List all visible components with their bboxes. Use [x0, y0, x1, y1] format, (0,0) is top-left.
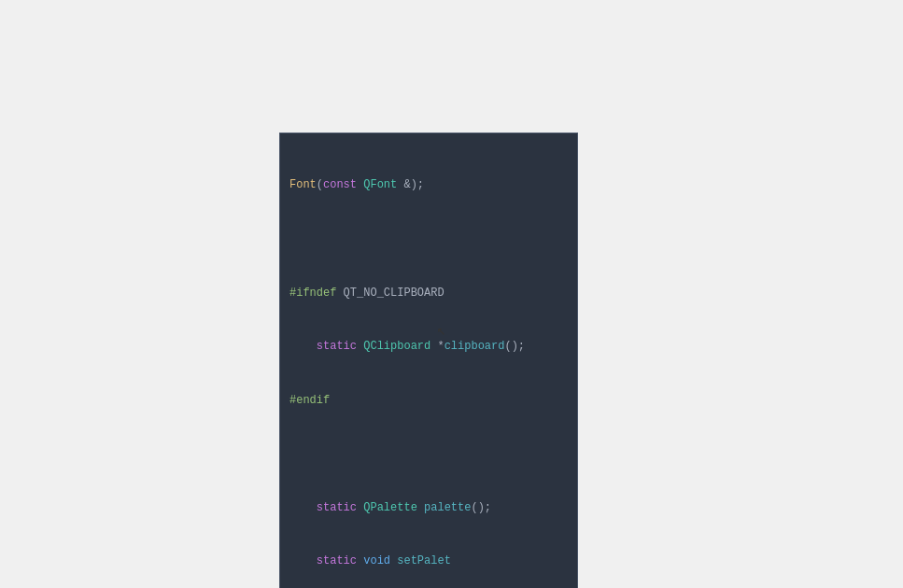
- code-token: static: [317, 340, 357, 353]
- code-token: static: [317, 501, 357, 514]
- code-token: (: [317, 178, 323, 191]
- code-token: ();: [504, 340, 525, 353]
- code-line-4: static QClipboard *clipboard();: [289, 338, 568, 356]
- code-token: setPalet: [397, 554, 451, 567]
- code-token: #endif: [289, 394, 330, 407]
- code-token: QFont: [363, 178, 397, 191]
- code-token: QPalette: [363, 501, 417, 514]
- code-token: #ifndef: [289, 287, 336, 300]
- code-token: [289, 554, 317, 567]
- code-token: QClipboard: [363, 340, 430, 353]
- code-token: clipboard: [444, 340, 505, 353]
- code-line-8: static void setPalet: [289, 553, 568, 570]
- code-line-blank: [289, 231, 568, 248]
- code-line-blank2: [289, 445, 568, 463]
- code-token: ();: [471, 501, 491, 514]
- code-area: Font(const QFont &); #ifndef QT_NO_CLIPB…: [280, 133, 577, 588]
- code-token: static: [317, 554, 357, 567]
- code-token: [289, 340, 317, 353]
- code-token: void: [363, 554, 390, 567]
- code-line-7: static QPalette palette();: [289, 499, 568, 517]
- code-token: &);: [397, 178, 424, 191]
- code-token: [417, 501, 424, 514]
- code-line-3: #ifndef QT_NO_CLIPBOARD: [289, 285, 568, 302]
- code-token: *: [430, 340, 444, 353]
- code-token: palette: [424, 501, 471, 514]
- code-token: const: [323, 178, 357, 191]
- code-token: QT_NO_CLIPBOARD: [336, 287, 444, 300]
- code-token: [289, 501, 317, 514]
- code-line-1: Font(const QFont &);: [289, 176, 568, 194]
- code-line-5: #endif: [289, 392, 568, 410]
- code-editor-widget: Font(const QFont &); #ifndef QT_NO_CLIPB…: [279, 133, 578, 588]
- code-token: Font: [289, 178, 317, 191]
